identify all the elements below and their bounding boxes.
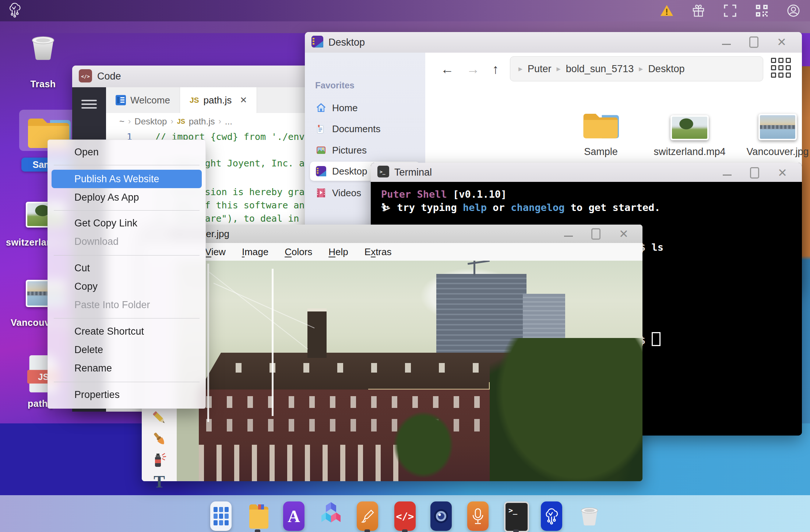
dock-terminal-icon[interactable]: >_ bbox=[504, 501, 529, 532]
menu-item-deploy-as-app[interactable]: Deploy As App bbox=[52, 188, 202, 207]
menu-item-cut[interactable]: Cut bbox=[52, 259, 202, 277]
minimize-button[interactable] bbox=[564, 236, 573, 237]
tab-welcome-label: Welcome bbox=[130, 95, 170, 106]
text-tool-icon[interactable]: T bbox=[142, 473, 177, 490]
terminal-ls-line: $ ls bbox=[640, 242, 663, 253]
pencil-tool-icon[interactable] bbox=[142, 410, 177, 426]
sidebar-item-pictures[interactable]: Pictures bbox=[310, 141, 420, 160]
terminal-titlebar[interactable]: >_ Terminal ✕ bbox=[371, 163, 802, 182]
viewer-titlebar[interactable]: Vancouver.jpg ✕ bbox=[142, 225, 642, 243]
warning-icon[interactable] bbox=[660, 4, 674, 18]
minimize-button[interactable] bbox=[723, 175, 732, 176]
menu-item-open[interactable]: Open bbox=[52, 143, 202, 161]
terminal-window-controls: ✕ bbox=[723, 163, 787, 183]
airbrush-tool-icon[interactable] bbox=[142, 452, 177, 468]
terminal-brand: Puter Shell bbox=[381, 189, 447, 200]
account-icon[interactable] bbox=[786, 4, 800, 18]
file-item-sample[interactable]: Sample bbox=[560, 103, 641, 158]
tab-close-icon[interactable]: ✕ bbox=[240, 95, 247, 105]
dock-code-icon[interactable]: </> bbox=[394, 501, 416, 531]
maximize-button[interactable] bbox=[750, 167, 759, 179]
tab-welcome[interactable]: Welcome bbox=[106, 87, 180, 113]
dock-camera-icon[interactable] bbox=[430, 501, 452, 531]
menu-image[interactable]: Image bbox=[242, 246, 268, 258]
sidebar-item-documents[interactable]: Documents bbox=[310, 119, 420, 138]
breadcrumb-current[interactable]: Desktop bbox=[648, 63, 684, 75]
brush-tool-icon[interactable] bbox=[142, 431, 177, 447]
menu-hamburger-icon[interactable] bbox=[81, 98, 97, 111]
back-icon[interactable]: ← bbox=[441, 61, 454, 77]
dock-editor-icon[interactable]: A bbox=[283, 501, 304, 531]
running-indicator-terminal bbox=[513, 529, 519, 532]
sidebar-item-label: Pictures bbox=[332, 145, 367, 156]
desktop-icon-trash[interactable] bbox=[29, 36, 57, 62]
terminal-window-title: Terminal bbox=[394, 167, 432, 178]
menu-view[interactable]: View bbox=[205, 246, 226, 258]
breadcrumb-root[interactable]: Puter bbox=[528, 63, 552, 75]
terminal-version: [v0.1.10] bbox=[447, 189, 507, 200]
terminal-changelog-word: changelog bbox=[511, 202, 564, 213]
skier-glyph: ⛷ bbox=[381, 202, 391, 213]
close-button[interactable]: ✕ bbox=[777, 36, 786, 48]
file-label: Sample bbox=[560, 146, 641, 158]
close-button[interactable]: ✕ bbox=[619, 228, 628, 240]
menu-item-rename[interactable]: Rename bbox=[52, 359, 202, 377]
file-label: Vancouver.jpg bbox=[737, 146, 810, 158]
sidebar-item-label: Videos bbox=[332, 187, 361, 199]
files-window-controls: ✕ bbox=[722, 32, 786, 52]
minimize-button[interactable] bbox=[722, 44, 731, 45]
breadcrumb[interactable]: ▸Puter ▸bold_sun_5713 ▸Desktop bbox=[510, 56, 763, 81]
file-item-switzerland[interactable]: switzerland.mp4 bbox=[649, 103, 730, 158]
menu-item-copy[interactable]: Copy bbox=[52, 277, 202, 296]
js-file-badge: JS bbox=[190, 96, 199, 105]
qr-code-icon[interactable] bbox=[755, 4, 769, 18]
forward-icon[interactable]: → bbox=[466, 61, 480, 77]
grid-view-icon[interactable] bbox=[771, 58, 792, 79]
sidebar-item-home[interactable]: Home bbox=[310, 98, 420, 117]
dock-trash-icon[interactable] bbox=[579, 504, 600, 531]
files-window-icon bbox=[311, 36, 323, 49]
dock-recorder-icon[interactable] bbox=[467, 501, 489, 531]
desktop-screen: Trash Sample switzerland.mp4 Vancouver.j… bbox=[0, 0, 810, 532]
tab-pathjs[interactable]: JS path.js ✕ bbox=[180, 87, 257, 113]
running-indicator-paint bbox=[364, 529, 370, 532]
menu-colors[interactable]: Colors bbox=[285, 246, 312, 258]
files-window-title: Desktop bbox=[328, 37, 365, 48]
terminal-window-icon: >_ bbox=[377, 166, 389, 179]
menu-item-create-shortcut[interactable]: Create Shortcut bbox=[52, 322, 202, 341]
menu-item-download[interactable]: Download bbox=[52, 232, 202, 251]
up-icon[interactable]: ↑ bbox=[492, 61, 499, 77]
close-button[interactable]: ✕ bbox=[778, 167, 787, 179]
maximize-button[interactable] bbox=[749, 36, 758, 48]
fullscreen-icon[interactable] bbox=[723, 4, 737, 18]
files-titlebar[interactable]: Desktop ✕ bbox=[305, 32, 802, 53]
viewer-menubar: View Image Colors Help Extras bbox=[142, 243, 642, 261]
menu-help[interactable]: Help bbox=[328, 246, 348, 258]
menu-item-publish-as-website[interactable]: Publish As Website bbox=[52, 170, 202, 188]
menu-extras[interactable]: Extras bbox=[364, 246, 392, 258]
context-menu: Open Publish As Website Deploy As App Ge… bbox=[47, 140, 206, 409]
running-indicator-code bbox=[402, 529, 408, 532]
dock-paint-icon[interactable] bbox=[357, 501, 378, 531]
gift-icon[interactable] bbox=[691, 4, 705, 18]
sidebar-item-label: Home bbox=[332, 102, 358, 114]
breadcrumb-user[interactable]: bold_sun_5713 bbox=[566, 63, 634, 75]
running-indicator-files bbox=[255, 529, 260, 532]
file-item-vancouver[interactable]: Vancouver.jpg bbox=[737, 103, 810, 158]
viewer-canvas-image[interactable] bbox=[177, 261, 642, 481]
code-window-title: Code bbox=[97, 71, 121, 82]
menu-item-delete[interactable]: Delete bbox=[52, 341, 202, 359]
menu-item-paste-into-folder[interactable]: Paste Into Folder bbox=[52, 296, 202, 314]
menu-item-properties[interactable]: Properties bbox=[52, 385, 202, 404]
maximize-button[interactable] bbox=[591, 228, 601, 240]
dock-blocks-icon[interactable] bbox=[319, 501, 343, 532]
terminal-help-word: help bbox=[463, 202, 487, 213]
puter-logo-icon[interactable] bbox=[7, 2, 22, 19]
sidebar-heading: Favorites bbox=[315, 80, 355, 91]
dock-launcher-icon[interactable] bbox=[210, 501, 232, 531]
dock-puter-icon[interactable] bbox=[541, 501, 562, 531]
dock-files-icon[interactable] bbox=[247, 501, 268, 532]
svg-text:</>: </> bbox=[81, 74, 90, 79]
menu-item-get-copy-link[interactable]: Get Copy Link bbox=[52, 214, 202, 232]
code-app-icon: </> bbox=[79, 69, 92, 84]
